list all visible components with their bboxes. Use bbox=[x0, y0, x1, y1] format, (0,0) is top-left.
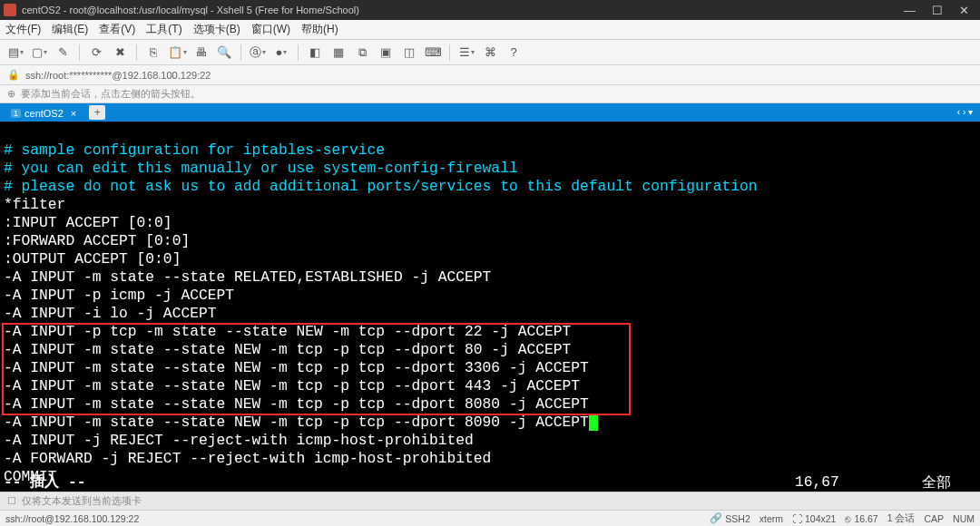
terminal[interactable]: # sample configuration for iptables-serv… bbox=[0, 122, 980, 492]
terminal-line: -A INPUT -m state --state NEW -m tcp -p … bbox=[4, 395, 589, 413]
terminal-line: -A INPUT -j REJECT --reject-with icmp-ho… bbox=[4, 432, 474, 449]
status-sessions: 1 会话 bbox=[887, 512, 916, 525]
lock-icon: 🔒 bbox=[7, 69, 20, 81]
terminal-line: -A FORWARD -j REJECT --reject-with icmp-… bbox=[4, 450, 491, 467]
tool-button[interactable]: ◫ bbox=[399, 43, 419, 63]
vim-position: 16,67 bbox=[795, 473, 922, 492]
vim-statusline: -- 插入 -- 16,67 全部 bbox=[0, 473, 980, 492]
window-maximize-button[interactable]: ☐ bbox=[932, 4, 943, 17]
size-icon: ⛶ bbox=[792, 513, 802, 524]
checkbox-icon[interactable]: ☐ bbox=[7, 495, 16, 507]
menu-help[interactable]: 帮助(H) bbox=[301, 22, 338, 37]
window-title: centOS2 - root@localhost:/usr/local/mysq… bbox=[22, 5, 904, 15]
menu-file[interactable]: 文件(F) bbox=[5, 22, 41, 37]
status-term: xterm bbox=[760, 513, 783, 524]
hint-icon: ⊕ bbox=[7, 88, 15, 100]
menu-window[interactable]: 窗口(W) bbox=[251, 22, 290, 37]
terminal-line: :OUTPUT ACCEPT [0:0] bbox=[4, 250, 181, 268]
separator-icon bbox=[449, 44, 450, 61]
status-connection: ssh://root@192.168.100.129:22 bbox=[5, 513, 701, 524]
terminal-line: -A INPUT -p icmp -j ACCEPT bbox=[4, 287, 234, 304]
vim-scroll: 全部 bbox=[922, 473, 976, 492]
status-protocol: SSH2 bbox=[725, 513, 750, 524]
paste-button[interactable]: 📋 bbox=[167, 43, 187, 63]
terminal-line: *filter bbox=[4, 196, 65, 213]
titlebar: centOS2 - root@localhost:/usr/local/mysq… bbox=[0, 0, 980, 20]
toolbar: ▤ ▢ ✎ ⟳ ✖ ⎘ 📋 🖶 🔍 ⓐ ● ◧ ▦ ⧉ ▣ ◫ ⌨ ☰ ⌘ ? bbox=[0, 40, 980, 65]
highlight-button[interactable]: ✎ bbox=[53, 43, 73, 63]
status-cap: CAP bbox=[924, 513, 944, 524]
add-tab-button[interactable]: + bbox=[89, 105, 105, 120]
print-button[interactable]: 🖶 bbox=[191, 43, 211, 63]
font-button[interactable]: ⓐ bbox=[248, 43, 268, 63]
menubar: 文件(F) 编辑(E) 查看(V) 工具(T) 选项卡(B) 窗口(W) 帮助(… bbox=[0, 20, 980, 40]
reconnect-button[interactable]: ⟳ bbox=[86, 43, 106, 63]
separator-icon bbox=[298, 44, 299, 61]
hintbar: ⊕ 要添加当前会话，点击左侧的箭头按钮。 bbox=[0, 85, 980, 103]
cursor-pos-icon: ⎋ bbox=[845, 513, 851, 524]
terminal-line: -A INPUT -m state --state NEW -m tcp -p … bbox=[4, 377, 580, 394]
terminal-line: # please do not ask us to add additional… bbox=[4, 178, 757, 195]
tool-button[interactable]: ▣ bbox=[376, 43, 396, 63]
help-button[interactable]: ? bbox=[504, 43, 524, 63]
tab-close-icon[interactable]: × bbox=[71, 108, 76, 119]
tool-button[interactable]: ⌨ bbox=[423, 43, 443, 63]
terminal-line: :INPUT ACCEPT [0:0] bbox=[4, 214, 172, 231]
status-num: NUM bbox=[953, 513, 975, 524]
statusbar: ssh://root@192.168.100.129:22 🔗SSH2 xter… bbox=[0, 510, 980, 526]
app-icon bbox=[4, 4, 16, 16]
vim-mode: -- 插入 -- bbox=[4, 473, 86, 492]
tab-number: 1 bbox=[11, 109, 21, 118]
menu-edit[interactable]: 编辑(E) bbox=[52, 22, 88, 37]
terminal-line: -A INPUT -m state --state RELATED,ESTABL… bbox=[4, 268, 491, 286]
tool-button[interactable]: ⧉ bbox=[352, 43, 372, 63]
window-minimize-button[interactable]: — bbox=[904, 4, 916, 17]
copy-button[interactable]: ⎘ bbox=[143, 43, 163, 63]
cursor bbox=[589, 415, 598, 431]
separator-icon bbox=[240, 44, 241, 61]
address-text[interactable]: ssh://root:***********@192.168.100.129:2… bbox=[25, 70, 211, 81]
status-size: 104x21 bbox=[805, 513, 836, 524]
terminal-line: -A INPUT -m state --state NEW -m tcp -p … bbox=[4, 341, 571, 358]
terminal-line: # sample configuration for iptables-serv… bbox=[4, 141, 385, 159]
terminal-line: -A INPUT -p tcp -m state --state NEW -m … bbox=[4, 323, 571, 340]
tool-button[interactable]: ⌘ bbox=[480, 43, 500, 63]
new-session-button[interactable]: ▤ bbox=[5, 43, 25, 63]
terminal-line: # you can edit this manually or use syst… bbox=[4, 160, 518, 177]
terminal-line: -A INPUT -m state --state NEW -m tcp -p … bbox=[4, 359, 589, 376]
hint-text: 要添加当前会话，点击左侧的箭头按钮。 bbox=[21, 87, 201, 101]
send-scope-label: 仅将文本发送到当前选项卡 bbox=[22, 494, 142, 508]
tab-overflow-button[interactable]: ‹ › ▾ bbox=[957, 107, 973, 117]
send-scope-bar: ☐ 仅将文本发送到当前选项卡 bbox=[0, 492, 980, 510]
tab-centos2[interactable]: 1 centOS2 × bbox=[4, 105, 85, 122]
session-tabbar: 1 centOS2 × + ‹ › ▾ bbox=[0, 103, 980, 122]
terminal-line: -A INPUT -m state --state NEW -m tcp -p … bbox=[4, 414, 589, 431]
menu-tools[interactable]: 工具(T) bbox=[146, 22, 181, 37]
open-session-button[interactable]: ▢ bbox=[29, 43, 49, 63]
terminal-line: :FORWARD ACCEPT [0:0] bbox=[4, 232, 190, 249]
find-button[interactable]: 🔍 bbox=[214, 43, 234, 63]
tool-button[interactable]: ☰ bbox=[456, 43, 476, 63]
tab-label: centOS2 bbox=[24, 108, 64, 119]
tool-button[interactable]: ▦ bbox=[328, 43, 348, 63]
terminal-line: -A INPUT -i lo -j ACCEPT bbox=[4, 305, 217, 322]
tool-button[interactable]: ◧ bbox=[305, 43, 325, 63]
window-close-button[interactable]: ✕ bbox=[959, 4, 969, 17]
link-icon: 🔗 bbox=[710, 512, 722, 524]
status-pos: 16.67 bbox=[854, 513, 877, 524]
disconnect-button[interactable]: ✖ bbox=[110, 43, 130, 63]
separator-icon bbox=[136, 44, 137, 61]
color-button[interactable]: ● bbox=[271, 43, 291, 63]
separator-icon bbox=[79, 44, 80, 61]
menu-tabs[interactable]: 选项卡(B) bbox=[193, 22, 240, 37]
addressbar: 🔒 ssh://root:***********@192.168.100.129… bbox=[0, 65, 980, 85]
menu-view[interactable]: 查看(V) bbox=[99, 22, 135, 37]
